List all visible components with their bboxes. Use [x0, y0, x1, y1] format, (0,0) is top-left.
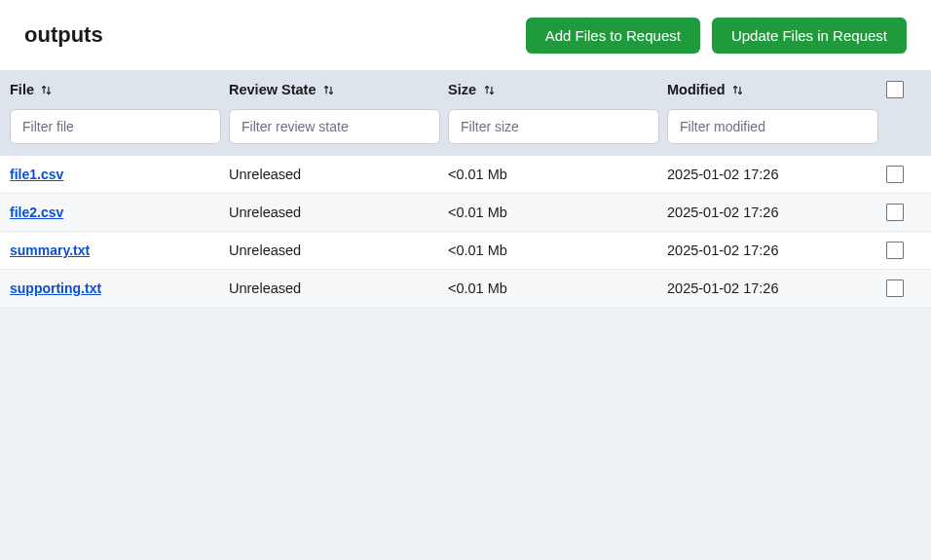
review-state-cell: Unreleased — [229, 243, 301, 258]
file-link[interactable]: file2.csv — [10, 205, 63, 220]
size-cell: <0.01 Mb — [448, 167, 507, 182]
size-cell: <0.01 Mb — [448, 280, 507, 296]
file-link[interactable]: supporting.txt — [10, 280, 101, 296]
modified-cell: 2025-01-02 17:26 — [667, 205, 779, 220]
update-files-button[interactable]: Update Files in Request — [712, 18, 907, 54]
column-header-size-label: Size — [448, 82, 476, 97]
size-cell: <0.01 Mb — [448, 243, 507, 258]
column-header-modified-label: Modified — [667, 82, 726, 97]
sort-icon — [482, 83, 496, 96]
file-link[interactable]: summary.txt — [10, 243, 90, 258]
review-state-cell: Unreleased — [229, 280, 301, 296]
table-row: file1.csv Unreleased <0.01 Mb 2025-01-02… — [0, 156, 931, 194]
modified-cell: 2025-01-02 17:26 — [667, 243, 779, 258]
review-state-cell: Unreleased — [229, 167, 301, 182]
column-header-review-state[interactable]: Review State — [229, 82, 444, 97]
filter-file-input[interactable] — [10, 109, 221, 144]
header-actions: Add Files to Request Update Files in Req… — [526, 18, 907, 54]
sort-icon — [321, 83, 335, 96]
page-title: outputs — [24, 22, 103, 48]
modified-cell: 2025-01-02 17:26 — [667, 167, 779, 182]
column-header-file-label: File — [10, 82, 34, 97]
modified-cell: 2025-01-02 17:26 — [667, 280, 779, 296]
filter-row — [0, 109, 931, 156]
add-files-button[interactable]: Add Files to Request — [526, 18, 700, 54]
size-cell: <0.01 Mb — [448, 205, 507, 220]
sort-icon — [731, 83, 745, 96]
column-header-modified[interactable]: Modified — [667, 82, 882, 97]
table-row: summary.txt Unreleased <0.01 Mb 2025-01-… — [0, 232, 931, 270]
column-header-file[interactable]: File — [10, 82, 225, 97]
table-row: supporting.txt Unreleased <0.01 Mb 2025-… — [0, 270, 931, 308]
filter-size-input[interactable] — [448, 109, 659, 144]
filter-modified-input[interactable] — [667, 109, 878, 144]
row-checkbox[interactable] — [886, 242, 904, 259]
table-row: file2.csv Unreleased <0.01 Mb 2025-01-02… — [0, 194, 931, 232]
row-checkbox[interactable] — [886, 166, 904, 183]
sort-icon — [40, 83, 54, 96]
column-header-size[interactable]: Size — [448, 82, 663, 97]
row-checkbox[interactable] — [886, 280, 904, 297]
row-checkbox[interactable] — [886, 204, 904, 221]
column-header-review-label: Review State — [229, 82, 316, 97]
select-all-checkbox[interactable] — [886, 81, 904, 98]
filter-review-input[interactable] — [229, 109, 440, 144]
table-header-row: File Review State Size — [0, 70, 931, 109]
page-header: outputs Add Files to Request Update File… — [0, 0, 931, 70]
review-state-cell: Unreleased — [229, 205, 301, 220]
file-link[interactable]: file1.csv — [10, 167, 63, 182]
